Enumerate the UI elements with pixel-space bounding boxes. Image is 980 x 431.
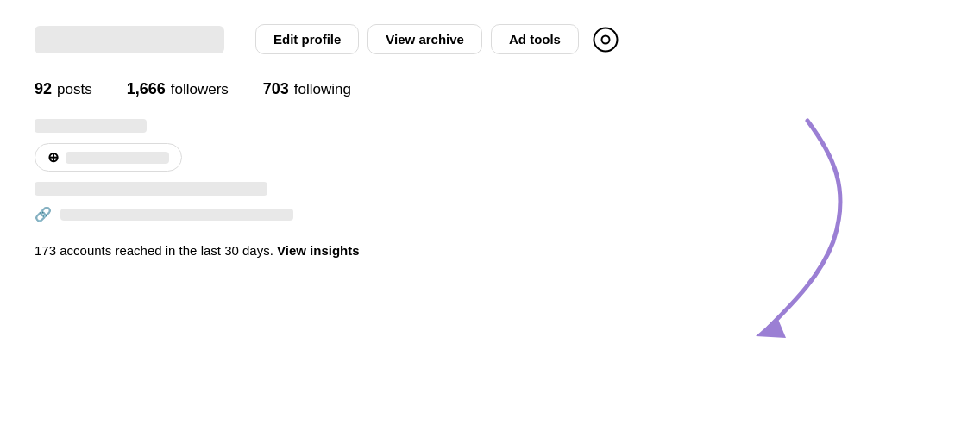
insights-text: 173 accounts reached in the last 30 days… bbox=[35, 243, 273, 258]
followers-stat[interactable]: 1,666 followers bbox=[127, 80, 229, 98]
profile-name-placeholder bbox=[35, 26, 224, 53]
posts-stat[interactable]: 92 posts bbox=[35, 80, 92, 98]
followers-label: followers bbox=[171, 81, 229, 98]
svg-marker-2 bbox=[756, 317, 786, 338]
bio-section: ⊕ 🔗 bbox=[0, 107, 980, 234]
svg-point-1 bbox=[601, 35, 609, 43]
stats-row: 92 posts 1,666 followers 703 following bbox=[0, 72, 980, 107]
following-label: following bbox=[294, 81, 351, 98]
view-archive-button[interactable]: View archive bbox=[368, 24, 482, 54]
profile-header: Edit profile View archive Ad tools bbox=[0, 0, 980, 72]
ad-tools-button[interactable]: Ad tools bbox=[491, 24, 579, 54]
settings-icon[interactable] bbox=[593, 27, 619, 53]
link-placeholder bbox=[60, 209, 293, 221]
threads-badge[interactable]: ⊕ bbox=[35, 143, 182, 172]
header-buttons: Edit profile View archive Ad tools bbox=[255, 24, 619, 54]
threads-row: ⊕ bbox=[35, 143, 945, 172]
posts-label: posts bbox=[57, 81, 92, 98]
posts-count: 92 bbox=[35, 80, 52, 98]
link-row: 🔗 bbox=[35, 206, 945, 222]
bio-desc-placeholder bbox=[35, 182, 267, 196]
following-stat[interactable]: 703 following bbox=[263, 80, 351, 98]
view-insights-link[interactable]: View insights bbox=[277, 243, 360, 258]
threads-icon: ⊕ bbox=[47, 149, 59, 166]
bio-name-placeholder bbox=[35, 119, 147, 133]
following-count: 703 bbox=[263, 80, 289, 98]
edit-profile-button[interactable]: Edit profile bbox=[255, 24, 359, 54]
threads-text-placeholder bbox=[66, 152, 169, 164]
followers-count: 1,666 bbox=[127, 80, 166, 98]
svg-point-0 bbox=[594, 28, 617, 51]
link-icon: 🔗 bbox=[35, 206, 52, 222]
insights-row: 173 accounts reached in the last 30 days… bbox=[0, 234, 980, 266]
